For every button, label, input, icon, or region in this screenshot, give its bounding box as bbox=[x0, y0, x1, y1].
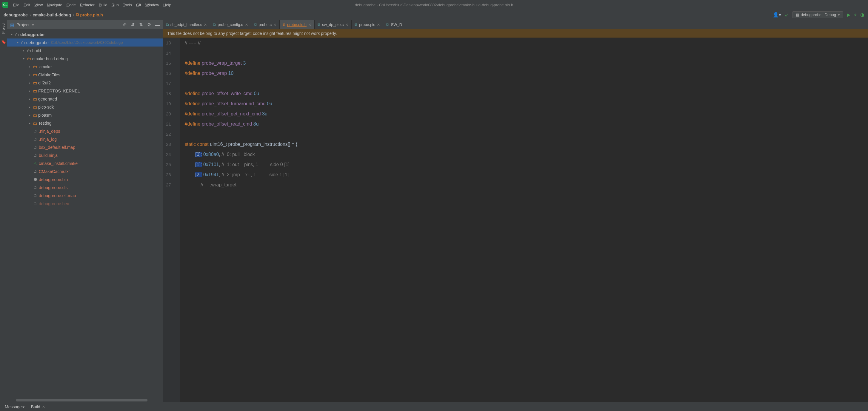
tree-item[interactable]: ▸🗀generated bbox=[7, 95, 163, 103]
settings-icon[interactable]: ⚙ bbox=[147, 22, 151, 28]
build-tool-button[interactable]: Build ✕ bbox=[31, 405, 45, 409]
tab-label: SW_D bbox=[391, 22, 402, 27]
editor-tab[interactable]: ⧉sw_dp_pio.c✕ bbox=[315, 20, 352, 29]
hide-panel-icon[interactable]: — bbox=[155, 22, 160, 28]
project-panel-title: Project bbox=[17, 22, 30, 27]
tree-item[interactable]: ▸🗀Testing bbox=[7, 119, 163, 127]
close-icon[interactable]: ✕ bbox=[377, 23, 380, 27]
folder-icon: 🗀 bbox=[33, 113, 37, 117]
menu-code[interactable]: Code bbox=[67, 3, 76, 7]
close-icon[interactable]: ✕ bbox=[245, 23, 248, 27]
menu-view[interactable]: View bbox=[34, 3, 43, 7]
editor-tab[interactable]: ⧉probe_config.c✕ bbox=[210, 20, 251, 29]
code-editor[interactable]: 131415161718192021222324252627 // ----- … bbox=[163, 38, 868, 402]
tree-label: debugprobe bbox=[26, 40, 49, 45]
close-icon[interactable]: ✕ bbox=[308, 23, 311, 27]
fold-column[interactable] bbox=[175, 38, 181, 402]
chevron-right-icon: ▸ bbox=[27, 113, 32, 116]
menu-tools[interactable]: Tools bbox=[123, 3, 132, 7]
project-tree[interactable]: ▾ 🗀 debugprobe ▾ 🗀 debugprobe C:\Users\b… bbox=[7, 29, 163, 399]
application-icon: ▦ bbox=[796, 12, 799, 17]
file-icon: 🗋 bbox=[33, 201, 38, 206]
close-icon[interactable]: ✕ bbox=[345, 23, 348, 27]
close-icon[interactable]: ✕ bbox=[273, 23, 276, 27]
select-opened-file-icon[interactable]: ⊕ bbox=[123, 22, 127, 28]
bookmarks-icon[interactable]: 🔖 bbox=[1, 40, 6, 44]
project-tool-button[interactable]: Project bbox=[1, 23, 6, 34]
tree-item[interactable]: 🗋CMakeCache.txt bbox=[7, 167, 163, 175]
tree-item[interactable]: 🗋.ninja_log bbox=[7, 135, 163, 143]
editor-tab[interactable]: ⧉probe.pio✕ bbox=[352, 20, 383, 29]
tree-item[interactable]: ▸🗀pioasm bbox=[7, 111, 163, 119]
tree-item[interactable]: ▸🗀pico-sdk bbox=[7, 103, 163, 111]
tree-root[interactable]: ▾ 🗀 debugprobe bbox=[7, 30, 163, 38]
tree-item[interactable]: 🗋debugprobe.elf.map bbox=[7, 192, 163, 200]
breadcrumb-0[interactable]: debugprobe bbox=[4, 12, 28, 17]
status-bar: Messages: Build ✕ bbox=[0, 402, 868, 411]
tree-item[interactable]: ▸🗀CMakeFiles bbox=[7, 71, 163, 79]
tree-item[interactable]: ▸🗀elf2uf2 bbox=[7, 79, 163, 87]
menu-git[interactable]: Git bbox=[136, 3, 141, 7]
menu-run[interactable]: Run bbox=[112, 3, 119, 7]
horizontal-scrollbar[interactable] bbox=[7, 399, 163, 402]
tree-item[interactable]: ▸🗀.cmake bbox=[7, 63, 163, 71]
tree-item[interactable]: 🗋bs2_default.elf.map bbox=[7, 143, 163, 151]
close-icon[interactable]: ✕ bbox=[42, 405, 45, 409]
menu-help[interactable]: Help bbox=[163, 3, 171, 7]
tab-label: probe.pio.h bbox=[287, 22, 307, 27]
tab-label: probe.pio bbox=[359, 22, 375, 27]
chevron-right-icon: ▸ bbox=[22, 49, 26, 52]
messages-tool-button[interactable]: Messages: bbox=[5, 405, 25, 409]
menu-file[interactable]: File bbox=[13, 3, 20, 7]
header-file-icon: ⧉ bbox=[76, 12, 79, 17]
menu-refactor[interactable]: Refactor bbox=[80, 3, 95, 7]
chevron-down-icon[interactable]: ▾ bbox=[32, 22, 34, 27]
close-icon[interactable]: ✕ bbox=[204, 23, 207, 27]
breadcrumb-file[interactable]: ⧉ probe.pio.h bbox=[76, 12, 103, 17]
tree-item[interactable]: ▸🗀FREERTOS_KERNEL bbox=[7, 87, 163, 95]
tree-item[interactable]: ▾ 🗀 cmake-build-debug bbox=[7, 55, 163, 63]
navigation-toolbar: debugprobe › cmake-build-debug › ⧉ probe… bbox=[0, 9, 868, 20]
tree-item[interactable]: ⬢debugprobe.bin bbox=[7, 175, 163, 183]
run-with-coverage-button[interactable]: ◑ bbox=[860, 12, 864, 18]
editor-tab[interactable]: ⧉probe.c✕ bbox=[251, 20, 280, 29]
editor-tab[interactable]: ⧉SW_D bbox=[383, 20, 405, 29]
debug-button[interactable]: ⌖ bbox=[854, 12, 857, 18]
run-config-label: debugprobe | Debug bbox=[801, 12, 836, 17]
breadcrumb-1[interactable]: cmake-build-debug bbox=[33, 12, 71, 17]
tree-item[interactable]: 🗋build.ninja bbox=[7, 151, 163, 159]
tree-item[interactable]: 🗋debugprobe.dis bbox=[7, 183, 163, 192]
code-content[interactable]: // ----- // #define probe_wrap_target 3#… bbox=[181, 38, 868, 402]
vcs-update-icon[interactable]: ↙ bbox=[785, 12, 788, 18]
menu-window[interactable]: Window bbox=[145, 3, 159, 7]
tree-hint: C:\Users\blue\Desktop\work\0802\debugp bbox=[51, 40, 123, 45]
menu-build[interactable]: Build bbox=[99, 3, 107, 7]
tree-label: debugprobe.bin bbox=[39, 177, 68, 182]
run-config-selector[interactable]: ▦ debugprobe | Debug ▾ bbox=[792, 11, 843, 18]
editor-tab[interactable]: ⧉probe.pio.h✕ bbox=[280, 20, 315, 29]
tree-label: bs2_default.elf.map bbox=[39, 145, 75, 150]
editor-tabs: ⧉sb_edpt_handler.c✕⧉probe_config.c✕⧉prob… bbox=[163, 20, 868, 29]
tree-label: build.ninja bbox=[39, 153, 58, 158]
collapse-all-icon[interactable]: ⇅ bbox=[139, 22, 143, 28]
menu-edit[interactable]: Edit bbox=[24, 3, 30, 7]
tree-module[interactable]: ▾ 🗀 debugprobe C:\Users\blue\Desktop\wor… bbox=[7, 38, 163, 46]
editor-tab[interactable]: ⧉sb_edpt_handler.c✕ bbox=[163, 20, 210, 29]
tree-item[interactable]: 🗋debugprobe.hex bbox=[7, 200, 163, 208]
expand-all-icon[interactable]: ⇵ bbox=[131, 22, 135, 28]
chevron-right-icon: ▸ bbox=[27, 89, 32, 93]
c-file-icon: ⧉ bbox=[283, 22, 285, 27]
tree-item[interactable]: ▸ 🗀 build bbox=[7, 46, 163, 55]
menu-navigate[interactable]: Navigate bbox=[47, 3, 62, 7]
file-icon: 🗋 bbox=[33, 193, 38, 198]
user-icon[interactable]: 👤▾ bbox=[773, 12, 781, 18]
tree-item[interactable]: △cmake_install.cmake bbox=[7, 159, 163, 167]
binary-file-icon: ⬢ bbox=[33, 177, 38, 182]
folder-icon: 🗀 bbox=[33, 89, 37, 93]
editor-notification-banner: This file does not belong to any project… bbox=[163, 29, 868, 38]
run-button[interactable]: ▶ bbox=[847, 12, 850, 18]
tree-item[interactable]: 🗋.ninja_deps bbox=[7, 127, 163, 135]
tree-label: elf2uf2 bbox=[38, 80, 51, 85]
folder-icon: 🗀 bbox=[33, 121, 37, 126]
file-icon: 🗋 bbox=[33, 185, 38, 190]
